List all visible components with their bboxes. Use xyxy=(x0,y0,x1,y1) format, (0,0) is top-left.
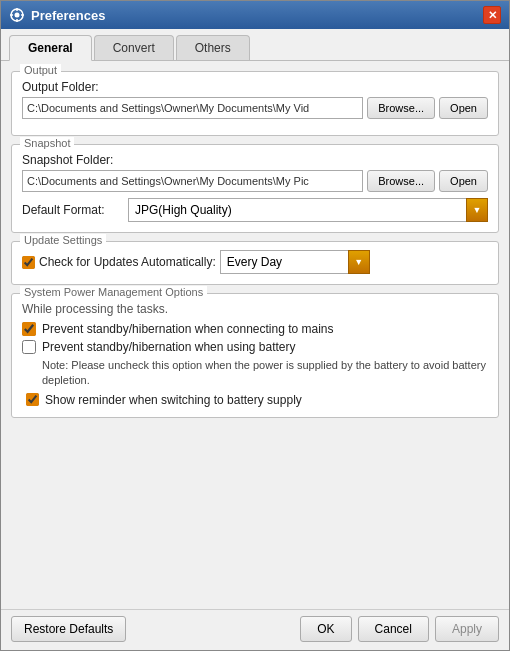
reminder-label: Show reminder when switching to battery … xyxy=(45,393,302,407)
preferences-dialog: Preferences ✕ General Convert Others Out… xyxy=(0,0,510,651)
prevent-mains-checkbox[interactable] xyxy=(22,322,36,336)
prevent-mains-row: Prevent standby/hibernation when connect… xyxy=(22,322,488,336)
tab-general[interactable]: General xyxy=(9,35,92,61)
snapshot-group: Snapshot Snapshot Folder: Browse... Open… xyxy=(11,144,499,233)
tabs-bar: General Convert Others xyxy=(1,29,509,61)
format-label: Default Format: xyxy=(22,203,122,217)
output-group: Output Output Folder: Browse... Open xyxy=(11,71,499,136)
snapshot-group-label: Snapshot xyxy=(20,137,74,149)
power-group-label: System Power Management Options xyxy=(20,286,207,298)
prevent-battery-checkbox[interactable] xyxy=(22,340,36,354)
output-folder-label: Output Folder: xyxy=(22,80,488,94)
prevent-battery-row: Prevent standby/hibernation when using b… xyxy=(22,340,488,354)
output-open-button[interactable]: Open xyxy=(439,97,488,119)
note-text: Note: Please uncheck this option when th… xyxy=(42,358,488,389)
snapshot-open-button[interactable]: Open xyxy=(439,170,488,192)
format-select[interactable]: JPG(High Quality) PNG BMP xyxy=(128,198,488,222)
format-select-wrapper: JPG(High Quality) PNG BMP xyxy=(128,198,488,222)
power-group: System Power Management Options While pr… xyxy=(11,293,499,418)
while-text: While processing the tasks. xyxy=(22,302,488,316)
update-check-checkbox[interactable] xyxy=(22,256,35,269)
snapshot-folder-row: Browse... Open xyxy=(22,170,488,192)
titlebar-left: Preferences xyxy=(9,7,105,23)
format-row: Default Format: JPG(High Quality) PNG BM… xyxy=(22,198,488,222)
close-button[interactable]: ✕ xyxy=(483,6,501,24)
svg-point-1 xyxy=(15,13,20,18)
tab-others[interactable]: Others xyxy=(176,35,250,60)
prevent-battery-label: Prevent standby/hibernation when using b… xyxy=(42,340,296,354)
output-folder-input[interactable] xyxy=(22,97,363,119)
preferences-icon xyxy=(9,7,25,23)
dialog-title: Preferences xyxy=(31,8,105,23)
update-group-label: Update Settings xyxy=(20,234,106,246)
update-freq-wrapper: Every Day Every Week Every Month Never xyxy=(220,250,370,274)
ok-button[interactable]: OK xyxy=(300,616,351,642)
cancel-button[interactable]: Cancel xyxy=(358,616,429,642)
output-group-label: Output xyxy=(20,64,61,76)
tab-convert[interactable]: Convert xyxy=(94,35,174,60)
bottom-bar: Restore Defaults OK Cancel Apply xyxy=(1,609,509,650)
apply-button[interactable]: Apply xyxy=(435,616,499,642)
output-browse-button[interactable]: Browse... xyxy=(367,97,435,119)
update-row: Check for Updates Automatically: Every D… xyxy=(22,250,488,274)
tab-content: Output Output Folder: Browse... Open Sna… xyxy=(1,61,509,609)
restore-defaults-button[interactable]: Restore Defaults xyxy=(11,616,126,642)
update-group: Update Settings Check for Updates Automa… xyxy=(11,241,499,285)
snapshot-browse-button[interactable]: Browse... xyxy=(367,170,435,192)
reminder-checkbox[interactable] xyxy=(26,393,39,406)
snapshot-folder-label: Snapshot Folder: xyxy=(22,153,488,167)
prevent-mains-label: Prevent standby/hibernation when connect… xyxy=(42,322,334,336)
snapshot-folder-input[interactable] xyxy=(22,170,363,192)
titlebar: Preferences ✕ xyxy=(1,1,509,29)
update-check-label: Check for Updates Automatically: xyxy=(39,255,216,269)
update-freq-select[interactable]: Every Day Every Week Every Month Never xyxy=(220,250,370,274)
bottom-right-buttons: OK Cancel Apply xyxy=(300,616,499,642)
output-folder-row: Browse... Open xyxy=(22,97,488,119)
reminder-row: Show reminder when switching to battery … xyxy=(26,393,488,407)
